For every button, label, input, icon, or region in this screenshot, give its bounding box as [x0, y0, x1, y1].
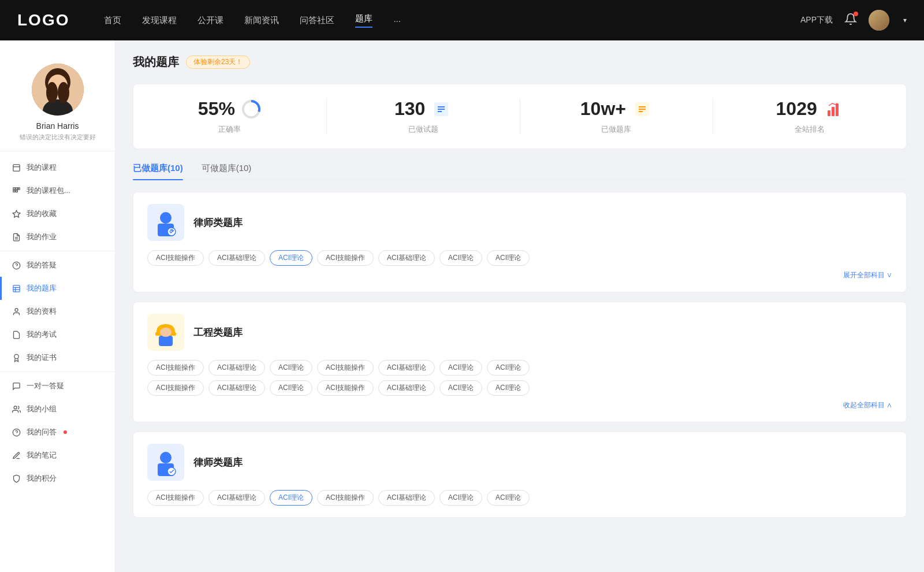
bank-tag[interactable]: ACI理论 — [487, 360, 530, 376]
bank-tag[interactable]: ACI理论 — [439, 360, 482, 376]
sidebar-item-exam[interactable]: 我的考试 — [0, 323, 115, 346]
svg-point-45 — [160, 328, 172, 337]
bank-tags-engineer-row1: ACI技能操作 ACI基础理论 ACI理论 ACI技能操作 ACI基础理论 AC… — [147, 360, 892, 376]
nav-links: 首页 发现课程 公开课 新闻资讯 问答社区 题库 ··· — [104, 13, 800, 28]
sidebar-item-notes[interactable]: 我的笔记 — [0, 444, 115, 467]
nav-link-more[interactable]: ··· — [393, 16, 401, 25]
sidebar-item-tutoring[interactable]: 一对一答疑 — [0, 374, 115, 398]
trial-badge: 体验剩余23天！ — [186, 55, 250, 69]
bank-tag[interactable]: ACI理论 — [270, 360, 312, 376]
favorites-icon — [12, 209, 21, 218]
list-orange-icon — [632, 99, 653, 120]
sidebar-item-points[interactable]: 我的积分 — [0, 467, 115, 490]
app-download-button[interactable]: APP下载 — [800, 15, 833, 25]
bank-card-lawyer-2: 律师类题库 ACI技能操作 ACI基础理论 ACI理论 ACI技能操作 ACI基… — [133, 432, 907, 518]
bank-tag[interactable]: ACI基础理论 — [378, 360, 435, 376]
homework-icon — [12, 232, 21, 242]
notification-bell[interactable] — [844, 13, 857, 28]
bank-tag[interactable]: ACI理论 — [487, 380, 530, 396]
nav-link-discover[interactable]: 发现课程 — [142, 15, 177, 26]
sidebar-item-homework[interactable]: 我的作业 — [0, 225, 115, 248]
bank-tag[interactable]: ACI基础理论 — [378, 490, 435, 506]
stat-value-accuracy: 55% — [198, 98, 235, 120]
bank-tag[interactable]: ACI理论 — [487, 250, 530, 266]
sidebar-label: 我的收藏 — [27, 209, 57, 219]
sidebar-item-group[interactable]: 我的小组 — [0, 398, 115, 421]
my-qa-icon — [12, 428, 21, 437]
bank-tag[interactable]: ACI基础理论 — [378, 250, 435, 266]
sidebar-item-bank[interactable]: 我的题库 — [0, 277, 115, 300]
user-menu-chevron[interactable]: ▾ — [903, 16, 907, 24]
bank-title-engineer: 工程类题库 — [193, 326, 243, 339]
stat-label-done-b: 已做题库 — [601, 124, 631, 135]
svg-rect-38 — [836, 103, 839, 116]
bank-tag[interactable]: ACI技能操作 — [147, 380, 204, 396]
sidebar-item-favorites[interactable]: 我的收藏 — [0, 202, 115, 225]
sidebar-item-my-qa[interactable]: 我的问答 — [0, 421, 115, 444]
sidebar-item-my-courses[interactable]: 我的课程 — [0, 156, 115, 179]
sidebar-label: 一对一答疑 — [27, 381, 64, 391]
bank-tag[interactable]: ACI技能操作 — [317, 250, 374, 266]
stats-row: 55% 正确率 130 — [133, 84, 907, 149]
sidebar-label: 我的答疑 — [27, 260, 57, 270]
bank-tag[interactable]: ACI技能操作 — [147, 490, 204, 506]
sidebar-item-profile[interactable]: 我的资料 — [0, 300, 115, 323]
user-avatar[interactable] — [869, 10, 889, 31]
svg-point-24 — [14, 406, 17, 409]
collapse-link[interactable]: 收起全部科目 ∧ — [843, 400, 892, 410]
bank-tag-active[interactable]: ACI理论 — [270, 490, 312, 506]
sidebar-item-course-pkg[interactable]: 我的课程包... — [0, 179, 115, 202]
lawyer-icon-2 — [147, 444, 184, 481]
course-pkg-icon — [12, 186, 21, 195]
svg-rect-10 — [18, 188, 20, 190]
profile-icon — [12, 307, 21, 316]
cert-icon — [12, 353, 21, 362]
sidebar-divider-2 — [0, 372, 115, 372]
nav-link-bank[interactable]: 题库 — [355, 13, 372, 28]
bank-tag[interactable]: ACI理论 — [487, 490, 530, 506]
bank-tag-active[interactable]: ACI理论 — [270, 250, 312, 266]
engineer-icon — [147, 314, 184, 351]
svg-rect-8 — [13, 188, 14, 190]
tabs-row: 已做题库(10) 可做题库(10) — [133, 163, 907, 180]
sidebar-label: 我的小组 — [27, 404, 57, 414]
profile-name: Brian Harris — [36, 121, 79, 131]
tab-done-banks[interactable]: 已做题库(10) — [133, 163, 183, 180]
nav-link-news[interactable]: 新闻资讯 — [244, 15, 279, 26]
sidebar-item-cert[interactable]: 我的证书 — [0, 346, 115, 369]
bank-tag[interactable]: ACI理论 — [439, 490, 482, 506]
bank-tags-lawyer-1: ACI技能操作 ACI基础理论 ACI理论 ACI技能操作 ACI基础理论 AC… — [147, 250, 892, 266]
bank-tag[interactable]: ACI技能操作 — [317, 360, 374, 376]
stat-top: 1029 — [776, 98, 844, 120]
svg-point-23 — [14, 354, 18, 359]
nav-link-home[interactable]: 首页 — [104, 15, 121, 26]
expand-link[interactable]: 展开全部科目 ∨ — [843, 270, 892, 280]
bank-tag[interactable]: ACI基础理论 — [208, 250, 265, 266]
sidebar-label: 我的课程 — [27, 162, 57, 173]
bank-footer: 展开全部科目 ∨ — [147, 270, 892, 280]
lawyer-icon — [147, 204, 184, 241]
bank-tag[interactable]: ACI理论 — [270, 380, 312, 396]
bank-footer: 收起全部科目 ∧ — [147, 400, 892, 410]
stat-value-done-q: 130 — [394, 98, 425, 120]
bank-tag[interactable]: ACI技能操作 — [317, 490, 374, 506]
profile-motto: 错误的决定比没有决定要好 — [20, 133, 96, 142]
nav-link-open[interactable]: 公开课 — [198, 15, 223, 26]
sidebar-item-questions[interactable]: 我的答疑 — [0, 254, 115, 277]
bank-title-lawyer-1: 律师类题库 — [193, 216, 243, 229]
bank-tag[interactable]: ACI技能操作 — [147, 250, 204, 266]
svg-point-22 — [15, 309, 18, 311]
bank-tag[interactable]: ACI技能操作 — [147, 360, 204, 376]
bank-tag[interactable]: ACI技能操作 — [317, 380, 374, 396]
bank-tag[interactable]: ACI基础理论 — [208, 490, 265, 506]
bank-tag[interactable]: ACI基础理论 — [208, 380, 265, 396]
bank-tag[interactable]: ACI基础理论 — [208, 360, 265, 376]
svg-rect-11 — [13, 190, 14, 192]
tab-available-banks[interactable]: 可做题库(10) — [202, 163, 252, 180]
page-title: 我的题库 — [133, 54, 179, 70]
nav-link-qa[interactable]: 问答社区 — [300, 15, 334, 26]
bank-tag[interactable]: ACI理论 — [439, 380, 482, 396]
bank-tag[interactable]: ACI理论 — [439, 250, 482, 266]
sidebar-label: 我的考试 — [27, 329, 57, 340]
bank-tag[interactable]: ACI基础理论 — [378, 380, 435, 396]
